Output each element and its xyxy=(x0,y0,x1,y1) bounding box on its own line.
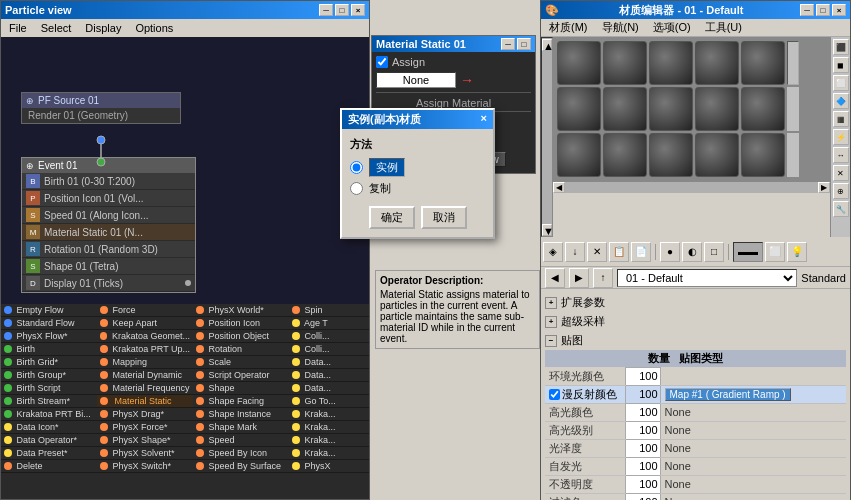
op-data-icon[interactable]: Data Icon* xyxy=(1,421,97,434)
sphere-scroll-v[interactable] xyxy=(787,41,799,85)
material-dropdown[interactable]: None xyxy=(376,72,456,88)
tool-box[interactable]: □ xyxy=(704,242,724,262)
op-goto[interactable]: Go To... xyxy=(289,395,369,408)
expand-btn-1[interactable]: + xyxy=(545,297,557,309)
instance-option[interactable]: 实例 xyxy=(350,158,485,177)
op-shape-facing[interactable]: Shape Facing xyxy=(193,395,289,408)
op-physx-flow[interactable]: PhysX Flow* xyxy=(1,330,97,343)
instance-close-btn[interactable]: × xyxy=(481,112,487,127)
op-krakatoa-prt-bi[interactable]: Krakatoa PRT Bi... xyxy=(1,408,97,421)
expand-supersampling[interactable]: + 超级采样 xyxy=(545,312,846,331)
sphere-14[interactable] xyxy=(695,133,739,177)
sphere-12[interactable] xyxy=(603,133,647,177)
sphere-15[interactable] xyxy=(741,133,785,177)
mat-nav-back[interactable]: ◀ xyxy=(545,268,565,288)
sphere-9[interactable] xyxy=(695,87,739,131)
op-data-operator[interactable]: Data Operator* xyxy=(1,434,97,447)
event-row-shape[interactable]: S Shape 01 (Tetra) xyxy=(22,258,195,275)
mat-minimize[interactable]: ─ xyxy=(800,4,814,16)
tool-backlight[interactable]: 💡 xyxy=(787,242,807,262)
sphere-10[interactable] xyxy=(741,87,785,131)
mat-nav-up[interactable]: ↑ xyxy=(593,268,613,288)
tool-assign[interactable]: ↓ xyxy=(565,242,585,262)
op-birth-stream[interactable]: Birth Stream* xyxy=(1,395,97,408)
mat-vscroll[interactable]: ▲ ▼ xyxy=(541,37,553,237)
op-delete[interactable]: Delete xyxy=(1,460,97,473)
copy-option[interactable]: 复制 xyxy=(350,181,485,196)
close-button[interactable]: × xyxy=(351,4,365,16)
event-row-position[interactable]: P Position Icon 01 (Vol... xyxy=(22,190,195,207)
copy-radio[interactable] xyxy=(350,182,363,195)
op-data-3[interactable]: Data... xyxy=(289,382,369,395)
sphere-2[interactable] xyxy=(603,41,647,85)
sphere-1[interactable] xyxy=(557,41,601,85)
sphere-8[interactable] xyxy=(649,87,693,131)
op-birth-group[interactable]: Birth Group* xyxy=(1,369,97,382)
menu-display[interactable]: Display xyxy=(79,21,127,35)
event-row-birth[interactable]: B Birth 01 (0-30 T:200) xyxy=(22,173,195,190)
scroll-left-btn[interactable]: ◀ xyxy=(553,182,565,193)
menu-options[interactable]: Options xyxy=(129,21,179,35)
sphere-3[interactable] xyxy=(649,41,693,85)
op-physx-last[interactable]: PhysX xyxy=(289,460,369,473)
op-age-t[interactable]: Age T xyxy=(289,317,369,330)
expand-btn-2[interactable]: + xyxy=(545,316,557,328)
menu-select[interactable]: Select xyxy=(35,21,78,35)
op-shape[interactable]: Shape xyxy=(193,382,289,395)
op-speed-by-surface[interactable]: Speed By Surface xyxy=(193,460,289,473)
op-speed[interactable]: Speed xyxy=(193,434,289,447)
sphere-13[interactable] xyxy=(649,133,693,177)
instance-radio[interactable] xyxy=(350,161,363,174)
op-kraka-3[interactable]: Kraka... xyxy=(289,434,369,447)
tool-btn-3[interactable]: ⬜ xyxy=(833,75,849,91)
op-shape-mark[interactable]: Shape Mark xyxy=(193,421,289,434)
material-name-select[interactable]: 01 - Default xyxy=(617,269,797,287)
expand-btn-3[interactable]: − xyxy=(545,335,557,347)
maximize-button[interactable]: □ xyxy=(335,4,349,16)
mat-hscroll[interactable]: ◀ ▶ xyxy=(553,181,830,193)
op-position-object[interactable]: Position Object xyxy=(193,330,289,343)
event-box[interactable]: ⊕ Event 01 B Birth 01 (0-30 T:200) P Pos… xyxy=(21,157,196,293)
op-material-dynamic[interactable]: Material Dynamic xyxy=(97,369,193,382)
event-row-rotation[interactable]: R Rotation 01 (Random 3D) xyxy=(22,241,195,258)
op-colli-1[interactable]: Colli... xyxy=(289,330,369,343)
op-birth-script[interactable]: Birth Script xyxy=(1,382,97,395)
tool-btn-9[interactable]: ⊕ xyxy=(833,183,849,199)
op-birth[interactable]: Birth xyxy=(1,343,97,356)
scroll-right-btn[interactable]: ▶ xyxy=(818,182,830,193)
op-data-preset[interactable]: Data Preset* xyxy=(1,447,97,460)
op-data-2[interactable]: Data... xyxy=(289,369,369,382)
mat-close[interactable]: × xyxy=(832,4,846,16)
sphere-7[interactable] xyxy=(603,87,647,131)
op-rotation[interactable]: Rotation xyxy=(193,343,289,356)
op-physx-solvent[interactable]: PhysX Solvent* xyxy=(97,447,193,460)
sphere-5[interactable] xyxy=(741,41,785,85)
op-physx-switch[interactable]: PhysX Switch* xyxy=(97,460,193,473)
op-empty-flow[interactable]: Empty Flow xyxy=(1,304,97,317)
op-physx-drag[interactable]: PhysX Drag* xyxy=(97,408,193,421)
tool-cylinder[interactable]: ◐ xyxy=(682,242,702,262)
op-standard-flow[interactable]: Standard Flow xyxy=(1,317,97,330)
mat-menu-tool[interactable]: 工具(U) xyxy=(699,19,748,36)
op-force[interactable]: Force xyxy=(97,304,193,317)
op-speed-by-icon[interactable]: Speed By Icon xyxy=(193,447,289,460)
scroll-down-btn[interactable]: ▼ xyxy=(542,224,552,236)
tool-btn-1[interactable]: ⬛ xyxy=(833,39,849,55)
ok-button[interactable]: 确定 xyxy=(369,206,415,229)
sphere-4[interactable] xyxy=(695,41,739,85)
op-physx-shape[interactable]: PhysX Shape* xyxy=(97,434,193,447)
op-material-freq[interactable]: Material Frequency xyxy=(97,382,193,395)
op-keep-apart[interactable]: Keep Apart xyxy=(97,317,193,330)
tool-btn-4[interactable]: 🔷 xyxy=(833,93,849,109)
pf-source-box[interactable]: ⊕ PF Source 01 Render 01 (Geometry) xyxy=(21,92,181,124)
sphere-11[interactable] xyxy=(557,133,601,177)
mat-menu-nav[interactable]: 导航(N) xyxy=(596,19,645,36)
tool-btn-7[interactable]: ↔ xyxy=(833,147,849,163)
op-krakatoa-prt-up[interactable]: Krakatoa PRT Up... xyxy=(97,343,193,356)
tool-active[interactable]: ▬▬ xyxy=(733,242,763,262)
tool-bg[interactable]: ⬜ xyxy=(765,242,785,262)
tool-reset[interactable]: ✕ xyxy=(587,242,607,262)
map-gradient-btn[interactable]: Map #1 ( Gradient Ramp ) xyxy=(665,388,791,401)
tool-pick[interactable]: ◈ xyxy=(543,242,563,262)
tool-btn-8[interactable]: ✕ xyxy=(833,165,849,181)
